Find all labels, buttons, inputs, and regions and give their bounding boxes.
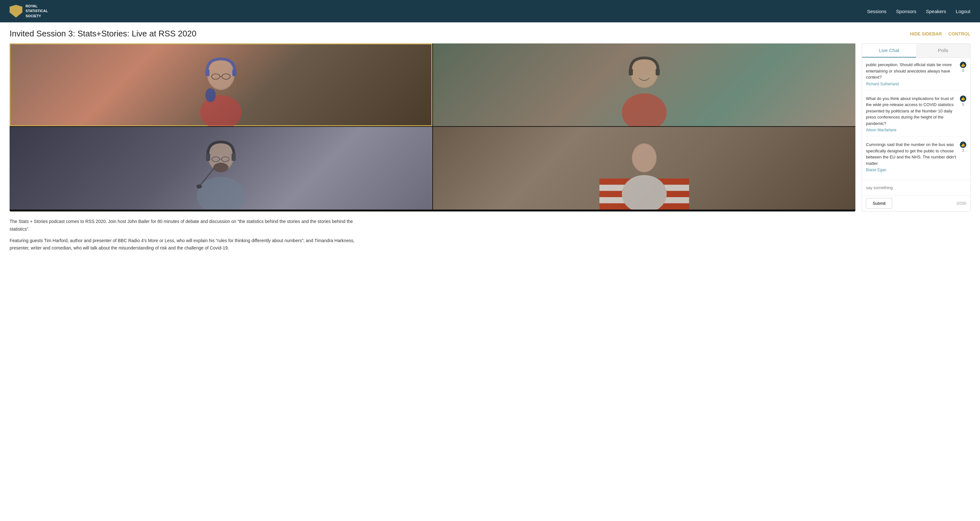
like-icon-3[interactable]: 👍 [960,141,966,148]
chat-message-3: Cummings said that the number on the bus… [866,141,966,176]
svg-point-24 [197,184,202,189]
chat-messages: public perception. Should official stats… [862,58,970,180]
video-cell-3 [10,127,432,210]
submit-button[interactable]: Submit [866,198,892,209]
svg-point-21 [213,163,229,172]
svg-rect-12 [655,69,660,76]
like-count-1: 0 [962,69,964,73]
svg-point-1 [208,60,234,89]
msg-author-2: Alison Macfarlane [866,128,966,132]
video-cell-4 [433,127,856,210]
svg-rect-2 [205,69,210,76]
sidebar-controls: HIDE SIDEBAR CONTROL [910,31,970,37]
nav-logout[interactable]: Logout [956,9,970,14]
nav-sponsors[interactable]: Sponsors [896,9,916,14]
char-count: 0/200 [957,201,966,206]
header: ROYAL STATISTICAL SOCIETY Sessions Spons… [0,0,980,22]
like-icon-1[interactable]: 👍 [960,62,966,68]
logo-text: ROYAL STATISTICAL SOCIETY [25,4,48,19]
svg-rect-3 [232,69,237,76]
msg-text-3: Cummings said that the number on the bus… [866,141,957,167]
msg-like-3: 👍 3 [960,141,966,152]
rss-logo-icon [10,5,22,17]
svg-rect-11 [628,69,633,76]
svg-point-13 [622,93,667,126]
msg-like-1: 👍 0 [960,62,966,73]
video-cell-2 [433,43,856,126]
tab-live-chat[interactable]: Live Chat [862,44,916,57]
main-nav: Sessions Sponsors Speakers Logout [867,9,970,14]
chat-input[interactable] [866,183,966,192]
chat-input-area [862,180,970,195]
nav-speakers[interactable]: Speakers [926,9,946,14]
msg-text-2: What do you think about implications for… [866,95,957,127]
tab-polls[interactable]: Polls [916,44,970,57]
svg-rect-17 [232,153,236,161]
session-description: The Stats + Stories podcast comes to RSS… [10,218,361,256]
svg-point-10 [631,58,657,87]
svg-point-7 [200,95,242,126]
svg-point-8 [205,88,216,102]
msg-like-2: 👍 5 [960,95,966,106]
title-row: Invited Session 3: Stats+Stories: Live a… [10,29,970,39]
control-button[interactable]: CONTROL [948,31,970,37]
video-grid [10,43,855,210]
svg-point-31 [632,144,655,172]
msg-row-1: public perception. Should official stats… [866,62,966,81]
hide-sidebar-button[interactable]: HIDE SIDEBAR [910,31,942,37]
like-icon-2[interactable]: 👍 [960,95,966,102]
chat-message-1: public perception. Should official stats… [866,62,966,91]
chat-message-2: What do you think about implications for… [866,95,966,137]
nav-sessions[interactable]: Sessions [867,9,886,14]
svg-rect-16 [206,153,210,161]
chat-footer: Submit 0/200 [862,195,970,211]
page-title: Invited Session 3: Stats+Stories: Live a… [10,29,197,39]
main-area: Live Chat Polls public perception. Shoul… [10,43,970,211]
msg-author-3: Blaise Egan [866,168,966,172]
page-content: Invited Session 3: Stats+Stories: Live a… [0,22,980,262]
sidebar-tabs: Live Chat Polls [862,44,970,58]
description-para-1: The Stats + Stories podcast comes to RSS… [10,218,361,233]
like-count-2: 5 [962,103,964,106]
video-container [10,43,855,211]
logo-area: ROYAL STATISTICAL SOCIETY [10,4,48,19]
msg-text-1: public perception. Should official stats… [866,62,957,81]
msg-author-1: Richard Sutherland [866,82,966,86]
svg-point-22 [197,177,245,210]
msg-row-2: What do you think about implications for… [866,95,966,127]
description-para-2: Featuring guests Tim Harford, author and… [10,237,361,253]
like-count-3: 3 [962,149,964,152]
video-cell-1 [10,43,432,126]
sidebar: Live Chat Polls public perception. Shoul… [862,43,970,211]
msg-row-3: Cummings said that the number on the bus… [866,141,966,167]
